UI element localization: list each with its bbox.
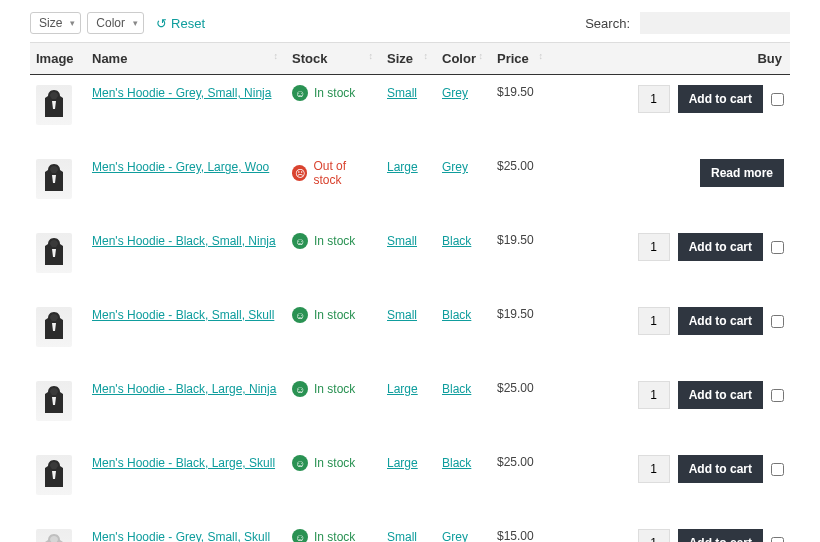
stock-status-text: In stock bbox=[314, 530, 355, 542]
add-to-cart-button[interactable]: Add to cart bbox=[678, 85, 763, 113]
color-filter-select[interactable]: Color bbox=[87, 12, 144, 34]
size-filter-select[interactable]: Size bbox=[30, 12, 81, 34]
col-price[interactable]: Price bbox=[491, 43, 551, 75]
color-filter-link[interactable]: Black bbox=[442, 456, 471, 470]
col-image: Image bbox=[30, 43, 86, 75]
product-name-link[interactable]: Men's Hoodie - Grey, Large, Woo bbox=[92, 160, 269, 174]
frown-icon: ☹ bbox=[292, 165, 307, 181]
smile-icon: ☺ bbox=[292, 307, 308, 323]
product-name-link[interactable]: Men's Hoodie - Black, Small, Skull bbox=[92, 308, 274, 322]
product-thumbnail[interactable] bbox=[36, 233, 72, 273]
add-to-cart-button[interactable]: Add to cart bbox=[678, 529, 763, 542]
size-filter-link[interactable]: Large bbox=[387, 456, 418, 470]
stock-status-text: Out of stock bbox=[313, 159, 375, 187]
price-value: $25.00 bbox=[491, 445, 551, 519]
select-row-checkbox[interactable] bbox=[771, 93, 784, 106]
product-thumbnail[interactable] bbox=[36, 307, 72, 347]
col-color[interactable]: Color bbox=[436, 43, 491, 75]
smile-icon: ☺ bbox=[292, 455, 308, 471]
smile-icon: ☺ bbox=[292, 85, 308, 101]
product-thumbnail[interactable] bbox=[36, 529, 72, 542]
product-thumbnail[interactable] bbox=[36, 381, 72, 421]
search-input[interactable] bbox=[640, 12, 790, 34]
search-label: Search: bbox=[585, 16, 630, 31]
select-row-checkbox[interactable] bbox=[771, 315, 784, 328]
product-table: Image Name Stock Size Color Price Buy Me… bbox=[30, 42, 790, 542]
color-filter-link[interactable]: Black bbox=[442, 234, 471, 248]
col-buy: Buy bbox=[551, 43, 790, 75]
read-more-button[interactable]: Read more bbox=[700, 159, 784, 187]
size-filter-link[interactable]: Small bbox=[387, 234, 417, 248]
table-row: Men's Hoodie - Black, Small, Skull☺In st… bbox=[30, 297, 790, 371]
price-value: $25.00 bbox=[491, 371, 551, 445]
product-name-link[interactable]: Men's Hoodie - Grey, Small, Ninja bbox=[92, 86, 271, 100]
price-value: $15.00 bbox=[491, 519, 551, 542]
table-row: Men's Hoodie - Black, Large, Ninja☺In st… bbox=[30, 371, 790, 445]
add-to-cart-button[interactable]: Add to cart bbox=[678, 307, 763, 335]
color-filter-link[interactable]: Black bbox=[442, 308, 471, 322]
stock-status-text: In stock bbox=[314, 86, 355, 100]
col-name[interactable]: Name bbox=[86, 43, 286, 75]
quantity-input[interactable] bbox=[638, 529, 670, 542]
stock-status-text: In stock bbox=[314, 382, 355, 396]
table-row: Men's Hoodie - Grey, Small, Skull☺In sto… bbox=[30, 519, 790, 542]
smile-icon: ☺ bbox=[292, 233, 308, 249]
size-filter-link[interactable]: Large bbox=[387, 382, 418, 396]
product-name-link[interactable]: Men's Hoodie - Grey, Small, Skull bbox=[92, 530, 270, 542]
quantity-input[interactable] bbox=[638, 307, 670, 335]
product-thumbnail[interactable] bbox=[36, 455, 72, 495]
color-filter-link[interactable]: Black bbox=[442, 382, 471, 396]
price-value: $19.50 bbox=[491, 223, 551, 297]
size-filter-link[interactable]: Small bbox=[387, 86, 417, 100]
select-row-checkbox[interactable] bbox=[771, 537, 784, 543]
product-name-link[interactable]: Men's Hoodie - Black, Small, Ninja bbox=[92, 234, 276, 248]
quantity-input[interactable] bbox=[638, 85, 670, 113]
product-name-link[interactable]: Men's Hoodie - Black, Large, Ninja bbox=[92, 382, 276, 396]
quantity-input[interactable] bbox=[638, 233, 670, 261]
col-size[interactable]: Size bbox=[381, 43, 436, 75]
add-to-cart-button[interactable]: Add to cart bbox=[678, 233, 763, 261]
smile-icon: ☺ bbox=[292, 529, 308, 542]
select-row-checkbox[interactable] bbox=[771, 463, 784, 476]
price-value: $19.50 bbox=[491, 297, 551, 371]
smile-icon: ☺ bbox=[292, 381, 308, 397]
stock-status-text: In stock bbox=[314, 308, 355, 322]
filter-toolbar: Size Color ↺ Reset Search: bbox=[30, 12, 790, 34]
price-value: $25.00 bbox=[491, 149, 551, 223]
color-filter-link[interactable]: Grey bbox=[442, 160, 468, 174]
reset-label: Reset bbox=[171, 16, 205, 31]
color-filter-link[interactable]: Grey bbox=[442, 530, 468, 542]
add-to-cart-button[interactable]: Add to cart bbox=[678, 381, 763, 409]
table-row: Men's Hoodie - Black, Small, Ninja☺In st… bbox=[30, 223, 790, 297]
select-row-checkbox[interactable] bbox=[771, 389, 784, 402]
quantity-input[interactable] bbox=[638, 381, 670, 409]
size-filter-link[interactable]: Small bbox=[387, 530, 417, 542]
stock-status-text: In stock bbox=[314, 456, 355, 470]
color-filter-link[interactable]: Grey bbox=[442, 86, 468, 100]
stock-status-text: In stock bbox=[314, 234, 355, 248]
quantity-input[interactable] bbox=[638, 455, 670, 483]
product-name-link[interactable]: Men's Hoodie - Black, Large, Skull bbox=[92, 456, 275, 470]
undo-icon: ↺ bbox=[156, 16, 167, 31]
reset-filters-link[interactable]: ↺ Reset bbox=[156, 16, 205, 31]
size-filter-link[interactable]: Small bbox=[387, 308, 417, 322]
size-filter-link[interactable]: Large bbox=[387, 160, 418, 174]
table-row: Men's Hoodie - Black, Large, Skull☺In st… bbox=[30, 445, 790, 519]
product-thumbnail[interactable] bbox=[36, 85, 72, 125]
price-value: $19.50 bbox=[491, 75, 551, 150]
select-row-checkbox[interactable] bbox=[771, 241, 784, 254]
add-to-cart-button[interactable]: Add to cart bbox=[678, 455, 763, 483]
product-thumbnail[interactable] bbox=[36, 159, 72, 199]
table-row: Men's Hoodie - Grey, Large, Woo☹Out of s… bbox=[30, 149, 790, 223]
table-row: Men's Hoodie - Grey, Small, Ninja☺In sto… bbox=[30, 75, 790, 150]
col-stock[interactable]: Stock bbox=[286, 43, 381, 75]
